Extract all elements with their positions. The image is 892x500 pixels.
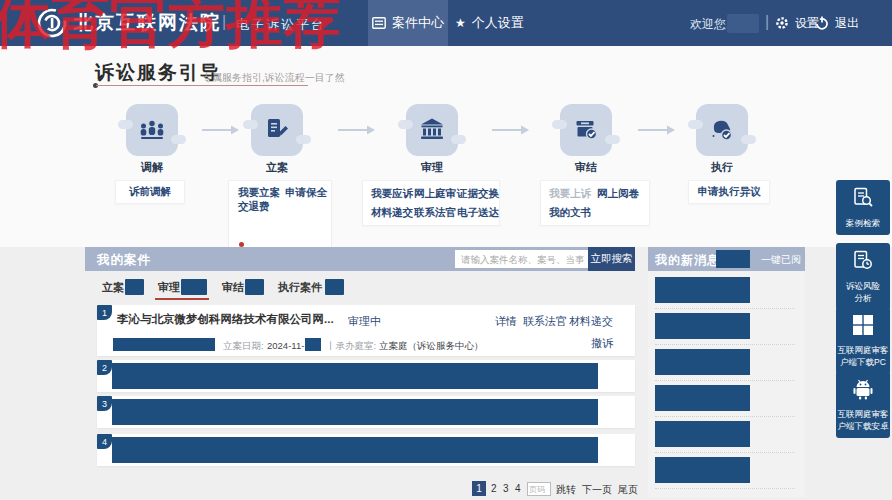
link-online-reading[interactable]: 网上阅卷 bbox=[597, 187, 639, 201]
document-risk-icon bbox=[852, 250, 874, 272]
card-trial-links: 我要应诉 网上庭审 证据交换 材料递交 联系法官 电子送达 bbox=[362, 180, 500, 226]
stage-tile-closure bbox=[560, 104, 612, 156]
sidebar-case-search-button[interactable]: 案例检索 bbox=[836, 180, 890, 235]
my-cases-title: 我的案件 bbox=[97, 252, 151, 269]
message-divider bbox=[655, 344, 795, 345]
settings-button[interactable]: 设置 bbox=[775, 0, 819, 46]
risk-analysis-label-line2: 分析 bbox=[836, 292, 890, 304]
header-divider-2: | bbox=[765, 13, 769, 31]
windows-icon bbox=[852, 314, 874, 336]
department-label: 丨承办庭室: bbox=[326, 340, 376, 353]
last-page-button[interactable]: 尾页 bbox=[618, 483, 638, 497]
header-divider: | bbox=[222, 13, 226, 31]
tab-execution-cases[interactable]: 执行案件 bbox=[278, 280, 322, 295]
page-3-button[interactable]: 3 bbox=[503, 483, 509, 494]
case-search-label: 案例检索 bbox=[836, 217, 890, 229]
action-detail[interactable]: 详情 bbox=[495, 314, 517, 329]
sidebar-risk-analysis-button[interactable]: 诉讼风险分析 bbox=[836, 243, 890, 310]
sidebar-android-download-button[interactable]: 互联网庭审客户端下载安卓 bbox=[836, 371, 890, 438]
message-item-redacted[interactable] bbox=[655, 385, 750, 411]
link-file-case[interactable]: 我要立案 bbox=[238, 186, 280, 200]
case-search-input[interactable] bbox=[455, 250, 591, 268]
stage-label-filing: 立案 bbox=[247, 160, 307, 175]
link-e-delivery[interactable]: 电子送达 bbox=[457, 206, 499, 220]
username-redacted bbox=[727, 14, 759, 33]
link-pay-refund-fee[interactable]: 交退费 bbox=[238, 200, 250, 213]
link-evidence-exchange[interactable]: 证据交换 bbox=[457, 187, 499, 201]
archive-check-icon bbox=[572, 116, 600, 144]
stage-tile-trial bbox=[406, 104, 458, 156]
link-my-documents[interactable]: 我的文书 bbox=[549, 206, 591, 220]
arrow-icon bbox=[200, 124, 240, 136]
sidebar-pc-download-button[interactable]: 互联网庭审客户端下载PC bbox=[836, 307, 890, 374]
case-content-redacted bbox=[112, 399, 598, 425]
stage-label-execution: 执行 bbox=[692, 160, 752, 175]
search-button[interactable]: 立即搜索 bbox=[588, 247, 635, 271]
case-row-3[interactable]: 3 bbox=[97, 396, 635, 428]
link-online-trial[interactable]: 网上庭审 bbox=[414, 187, 456, 201]
filing-date-value: 2024-11- bbox=[267, 340, 304, 351]
case-content-redacted bbox=[112, 437, 598, 463]
tab-filing[interactable]: 立案 bbox=[102, 280, 124, 295]
my-cases-header: 我的案件 立即搜索 bbox=[85, 247, 635, 271]
action-submit-materials[interactable]: 材料递交 bbox=[569, 314, 613, 329]
tab-trial-count-redacted bbox=[181, 279, 207, 295]
welcome-text: 欢迎您, bbox=[690, 16, 729, 33]
stage-tile-filing bbox=[251, 104, 303, 156]
link-pre-mediation[interactable]: 诉前调解 bbox=[129, 185, 171, 199]
link-respond-lawsuit[interactable]: 我要应诉 bbox=[371, 187, 413, 201]
page-jump-input[interactable] bbox=[527, 482, 551, 496]
case-row-1[interactable]: 1 李沁与北京微梦创科网络技术有限公司网... 审理中 详情 联系法官 材料递交… bbox=[97, 305, 635, 356]
android-icon bbox=[852, 378, 874, 400]
message-item-redacted[interactable] bbox=[655, 349, 750, 375]
action-contact-judge[interactable]: 联系法官 bbox=[523, 314, 567, 329]
stage-tile-mediation bbox=[126, 104, 178, 156]
messages-title: 我的新消息 bbox=[655, 252, 720, 269]
mark-all-read-button[interactable]: 一键已阅 bbox=[761, 253, 801, 267]
link-submit-materials[interactable]: 材料递交 bbox=[371, 206, 413, 220]
link-contact-judge[interactable]: 联系法官 bbox=[414, 206, 456, 220]
message-divider bbox=[655, 380, 795, 381]
case-index-badge: 1 bbox=[97, 305, 112, 320]
mediation-people-icon bbox=[138, 116, 166, 144]
message-divider bbox=[655, 308, 795, 309]
page: 北京互联网法院 | 电子诉讼平台 案件中心 ★ 个人设置 欢迎您, | 设置 bbox=[0, 0, 892, 500]
filing-date-label: 立案日期: bbox=[223, 340, 264, 353]
case-index-badge: 3 bbox=[97, 396, 112, 411]
card-filing-links: 我要立案 申请保全 交退费 bbox=[228, 180, 332, 252]
nav-personal-settings[interactable]: ★ 个人设置 bbox=[455, 0, 524, 46]
link-apply-preservation[interactable]: 申请保全 bbox=[285, 186, 327, 200]
message-divider bbox=[655, 416, 795, 417]
arrow-icon bbox=[490, 124, 530, 136]
court-name: 北京互联网法院 bbox=[74, 10, 221, 36]
message-item-redacted[interactable] bbox=[655, 421, 750, 447]
guide-subtitle: 专属服务指引,诉讼流程一目了然 bbox=[202, 71, 345, 85]
next-page-button[interactable]: 下一页 bbox=[582, 483, 612, 497]
nav-case-center[interactable]: 案件中心 bbox=[368, 0, 448, 46]
tab-closed-count-redacted bbox=[245, 279, 264, 295]
case-center-icon bbox=[372, 17, 386, 29]
jump-button[interactable]: 跳转 bbox=[556, 483, 576, 497]
case-row-2[interactable]: 2 bbox=[97, 360, 635, 392]
logout-label: 退出 bbox=[835, 15, 859, 32]
action-withdraw[interactable]: 撤诉 bbox=[591, 336, 613, 351]
case-index-badge: 4 bbox=[97, 434, 112, 449]
link-execution-objection[interactable]: 申请执行异议 bbox=[698, 185, 761, 199]
page-4-button[interactable]: 4 bbox=[515, 483, 521, 494]
page-1-button[interactable]: 1 bbox=[472, 481, 486, 496]
header-bar: 北京互联网法院 | 电子诉讼平台 案件中心 ★ 个人设置 欢迎您, | 设置 bbox=[0, 0, 892, 46]
message-item-redacted[interactable] bbox=[655, 457, 750, 483]
active-tab-underline bbox=[155, 298, 209, 300]
tab-closed[interactable]: 审结 bbox=[222, 280, 244, 295]
android-download-label-line2: 户端下载安卓 bbox=[836, 420, 890, 432]
case-row-4[interactable]: 4 bbox=[97, 434, 635, 466]
message-divider bbox=[655, 488, 795, 489]
page-2-button[interactable]: 2 bbox=[491, 483, 497, 494]
logout-button[interactable]: 退出 bbox=[815, 0, 859, 46]
message-item-redacted[interactable] bbox=[655, 313, 750, 339]
pc-download-label-line2: 户端下载PC bbox=[836, 356, 890, 368]
case-content-redacted bbox=[112, 363, 598, 389]
link-appeal[interactable]: 我要上诉 bbox=[549, 187, 591, 201]
tab-trial[interactable]: 审理 bbox=[158, 280, 180, 295]
message-item-redacted[interactable] bbox=[655, 277, 750, 303]
